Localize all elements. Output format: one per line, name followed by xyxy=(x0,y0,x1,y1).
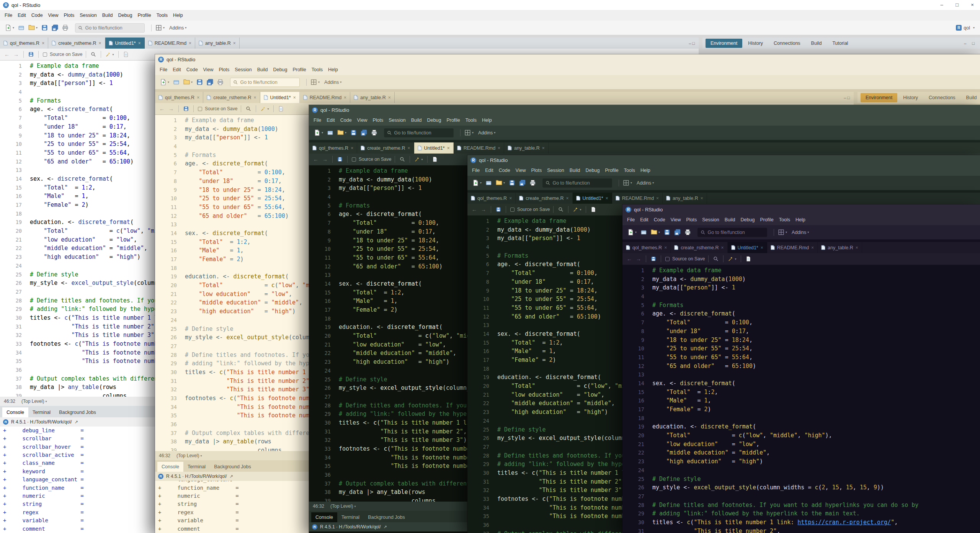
save-button[interactable] xyxy=(662,228,672,237)
menu-session[interactable]: Session xyxy=(699,217,722,222)
close-tab-icon[interactable]: × xyxy=(811,245,814,250)
editor-tab-readme-rmd[interactable]: README.Rmd× xyxy=(300,92,350,103)
scope-selector[interactable]: (Top Level) ▾ xyxy=(176,453,202,458)
scope-selector[interactable]: (Top Level) ▾ xyxy=(21,399,47,404)
editor-tab-untitled1[interactable]: Untitled1*× xyxy=(105,38,145,49)
menu-tools[interactable]: Tools xyxy=(776,217,793,222)
open-file-button[interactable]: ▾ xyxy=(494,178,507,187)
menu-profile[interactable]: Profile xyxy=(135,13,154,18)
print-button[interactable] xyxy=(369,128,379,137)
source-pane-minmax-icons[interactable]: – □ xyxy=(689,38,699,49)
menu-view[interactable]: View xyxy=(354,118,370,123)
console-tab-terminal[interactable]: Terminal xyxy=(183,462,210,472)
print-button[interactable] xyxy=(215,78,225,87)
addins-menu[interactable]: Addins ▾ xyxy=(789,229,812,236)
menu-session[interactable]: Session xyxy=(544,168,567,173)
new-project-button[interactable] xyxy=(483,178,494,187)
find-replace-button[interactable] xyxy=(90,51,97,58)
minimize-button[interactable]: – xyxy=(934,0,949,10)
close-tab-icon[interactable]: × xyxy=(99,41,101,46)
pane-tab-build[interactable]: Build xyxy=(806,39,827,48)
close-tab-icon[interactable]: × xyxy=(566,196,569,201)
menu-edit[interactable]: Edit xyxy=(482,168,496,173)
editor-tab-qol-themes-r[interactable]: qol_themes.R× xyxy=(0,38,48,49)
compile-report-button[interactable] xyxy=(431,156,439,163)
back-button[interactable]: ← xyxy=(158,106,166,112)
new-file-button[interactable]: ▾ xyxy=(626,228,639,237)
new-project-button[interactable] xyxy=(639,228,649,237)
print-button[interactable] xyxy=(683,228,693,237)
close-tab-icon[interactable]: × xyxy=(197,95,199,100)
editor-tab-qol-themes-r[interactable]: qol_themes.R× xyxy=(155,92,203,103)
menu-session[interactable]: Session xyxy=(232,67,254,72)
console-tab-console[interactable]: Console xyxy=(2,407,28,417)
find-replace-button[interactable] xyxy=(399,156,406,163)
menu-code[interactable]: Code xyxy=(184,67,201,72)
editor-tab-create-rstheme-r[interactable]: create_rstheme.R× xyxy=(48,38,105,49)
editor-tab-any-table-r[interactable]: any_table.R× xyxy=(195,38,240,49)
menu-debug[interactable]: Debug xyxy=(116,13,135,18)
window-titlebar[interactable]: R qol - RStudio – □ × xyxy=(467,155,980,165)
goto-input-field[interactable] xyxy=(240,80,297,85)
close-tab-icon[interactable]: × xyxy=(606,196,608,201)
find-replace-button[interactable] xyxy=(557,206,565,213)
goto-input-field[interactable] xyxy=(85,25,142,31)
console-tab-background-jobs[interactable]: Background Jobs xyxy=(364,512,409,522)
compile-report-button[interactable] xyxy=(122,51,130,58)
code-tools-button[interactable]: ▾ xyxy=(105,51,115,58)
goto-file-function-input[interactable] xyxy=(75,23,145,33)
close-tab-icon[interactable]: × xyxy=(447,146,450,151)
compile-report-button[interactable] xyxy=(277,105,285,112)
pane-tab-connections[interactable]: Connections xyxy=(924,93,960,102)
goto-input-field[interactable] xyxy=(552,180,609,186)
project-menu[interactable]: R qol ▾ xyxy=(956,25,975,31)
new-file-button[interactable]: ▾ xyxy=(158,78,171,87)
console-tab-console[interactable]: Console xyxy=(157,462,183,472)
close-tab-icon[interactable]: × xyxy=(254,95,256,100)
menu-debug[interactable]: Debug xyxy=(738,217,758,222)
pane-layout-button[interactable]: ▾ xyxy=(309,78,322,87)
console-popout-icon[interactable]: ↗ xyxy=(230,474,233,479)
menu-view[interactable]: View xyxy=(668,217,684,222)
editor-tab-create-rstheme-r[interactable]: create_rstheme.R× xyxy=(516,193,572,204)
menu-debug[interactable]: Debug xyxy=(271,67,290,72)
forward-button[interactable]: → xyxy=(321,156,329,162)
menu-profile[interactable]: Profile xyxy=(757,217,776,222)
menu-plots[interactable]: Plots xyxy=(61,13,77,18)
close-tab-icon[interactable]: × xyxy=(42,41,44,46)
menu-profile[interactable]: Profile xyxy=(602,168,621,173)
editor-tab-any-table-r[interactable]: any_table.R× xyxy=(818,242,862,253)
back-button[interactable]: ← xyxy=(626,256,633,262)
window-titlebar[interactable]: R qol - RStudio – □ × xyxy=(622,204,980,214)
menu-help[interactable]: Help xyxy=(638,168,653,173)
save-source-button[interactable] xyxy=(336,156,344,163)
close-tab-icon[interactable]: × xyxy=(189,41,191,46)
open-file-button[interactable]: ▾ xyxy=(181,78,194,87)
compile-report-button[interactable] xyxy=(745,255,752,262)
close-tab-icon[interactable]: × xyxy=(233,41,236,46)
goto-file-function-input[interactable] xyxy=(542,178,612,188)
window-titlebar[interactable]: R qol - RStudio – □ × xyxy=(155,54,980,64)
pane-tab-tutorial[interactable]: Tutorial xyxy=(827,39,853,48)
compile-report-button[interactable] xyxy=(590,206,597,213)
addins-menu[interactable]: Addins ▾ xyxy=(475,129,498,137)
close-button[interactable]: × xyxy=(965,0,980,10)
close-tab-icon[interactable]: × xyxy=(542,146,545,151)
pane-layout-button[interactable]: ▾ xyxy=(462,128,475,137)
save-button[interactable] xyxy=(194,78,205,87)
forward-button[interactable]: → xyxy=(635,256,642,262)
save-source-button[interactable] xyxy=(650,255,657,262)
pane-layout-button[interactable]: ▾ xyxy=(621,178,634,187)
close-tab-icon[interactable]: × xyxy=(388,95,391,100)
close-tab-icon[interactable]: × xyxy=(351,146,353,151)
code-tools-button[interactable]: ▾ xyxy=(727,255,737,262)
menu-edit[interactable]: Edit xyxy=(324,118,338,123)
save-source-button[interactable] xyxy=(182,105,190,112)
menu-view[interactable]: View xyxy=(46,13,61,18)
open-file-button[interactable]: ▾ xyxy=(649,228,662,237)
save-all-button[interactable] xyxy=(359,128,369,137)
menu-session[interactable]: Session xyxy=(77,13,99,18)
menu-code[interactable]: Code xyxy=(338,118,354,123)
menu-file[interactable]: File xyxy=(311,118,324,123)
menu-build[interactable]: Build xyxy=(722,217,738,222)
